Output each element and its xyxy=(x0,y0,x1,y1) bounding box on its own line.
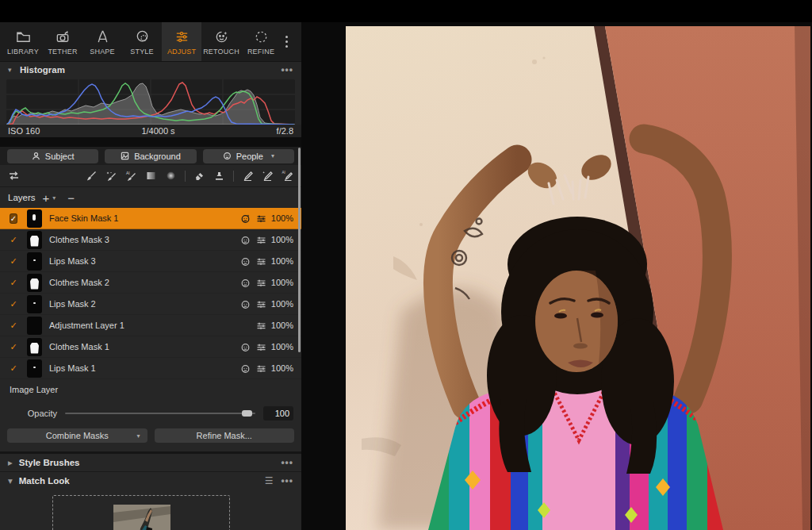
window-titlebar xyxy=(0,0,812,22)
layer-mask-thumbnail[interactable] xyxy=(27,231,42,249)
ai-erase-pen-icon[interactable]: AI xyxy=(282,170,293,182)
linear-gradient-mask-icon[interactable] xyxy=(145,170,157,182)
add-layer-button[interactable]: + xyxy=(43,191,50,205)
tab-tether[interactable]: TETHER xyxy=(43,22,82,61)
combine-masks-label: Combine Masks xyxy=(46,431,109,440)
tab-style[interactable]: STYLE xyxy=(122,22,162,61)
list-menu-icon[interactable]: ☰ xyxy=(265,475,274,486)
eraser-icon[interactable] xyxy=(193,170,205,182)
tab-retouch[interactable]: RETOUCH xyxy=(201,22,241,61)
chevron-down-icon: ▾ xyxy=(8,66,14,74)
layer-enabled-checkmark[interactable]: ✓ xyxy=(0,235,27,245)
copy-adjustments-icon[interactable] xyxy=(8,170,20,182)
remove-layer-button[interactable]: − xyxy=(67,191,75,205)
chevron-down-icon: ▾ xyxy=(8,475,13,486)
refine-mask-label: Refine Mask... xyxy=(197,431,252,440)
layer-name: Lips Mask 1 xyxy=(49,363,240,373)
layer-row-face-skin-mask-1[interactable]: ✓ Face Skin Mask 1 100% xyxy=(0,208,301,229)
layer-mask-thumbnail[interactable] xyxy=(27,274,42,292)
slider-handle[interactable] xyxy=(242,410,252,417)
image-layer-label: Image Layer xyxy=(10,385,58,394)
toolbar-more-button[interactable] xyxy=(285,22,288,61)
sliders-icon xyxy=(174,29,190,45)
layer-mask-thumbnail[interactable] xyxy=(27,338,42,356)
viewer-photo[interactable] xyxy=(346,26,810,530)
layer-mask-thumbnail[interactable] xyxy=(27,252,42,271)
ellipsis-icon[interactable]: ••• xyxy=(281,475,293,486)
layer-row-lips-mask-1[interactable]: ✓ Lips Mask 1 100% xyxy=(0,358,301,379)
smart-mask-face-icon xyxy=(240,363,251,374)
histogram-title: Histogram xyxy=(20,65,65,75)
magic-erase-pen-icon[interactable] xyxy=(262,170,274,182)
tab-label: ADJUST xyxy=(167,48,196,56)
opacity-value-field[interactable]: 100 xyxy=(263,406,293,421)
image-viewer xyxy=(301,22,812,530)
chevron-right-icon: ▸ xyxy=(8,457,13,468)
opacity-row: Opacity 100 xyxy=(0,404,301,423)
layer-row-clothes-mask-2[interactable]: ✓ Clothes Mask 2 100% xyxy=(0,272,301,294)
layer-enabled-checkmark[interactable]: ✓ xyxy=(0,342,27,352)
brush-icon[interactable] xyxy=(86,170,98,182)
tab-refine[interactable]: REFINE xyxy=(241,22,281,61)
layer-enabled-checkmark[interactable]: ✓ xyxy=(0,321,27,331)
layer-enabled-checkmark[interactable]: ✓ xyxy=(0,299,27,309)
people-mask-button[interactable]: People ▾ xyxy=(203,149,294,163)
background-label: Background xyxy=(134,152,181,161)
panel-scrollbar-thumb[interactable] xyxy=(298,148,301,352)
image-layer-row[interactable]: Image Layer xyxy=(0,379,301,399)
opacity-slider[interactable] xyxy=(65,408,255,419)
erase-pen-icon[interactable] xyxy=(242,170,254,182)
layer-name: Clothes Mask 3 xyxy=(49,235,240,244)
layers-list: ✓ Face Skin Mask 1 100% ✓ Clothes Mask 3… xyxy=(0,208,301,399)
layer-mask-thumbnail[interactable] xyxy=(27,317,42,335)
panel-gap xyxy=(0,137,301,147)
layer-row-lips-mask-2[interactable]: ✓ Lips Mask 2 100% xyxy=(0,294,301,315)
style-brushes-header[interactable]: ▸ Style Brushes ••• xyxy=(0,454,301,471)
add-layer-chevron[interactable]: ▾ xyxy=(52,194,56,202)
layer-adjustments-icon xyxy=(256,363,266,374)
layers-header: Layers + ▾ − xyxy=(0,187,301,208)
smart-mask-face-icon xyxy=(240,213,251,224)
histogram-chart xyxy=(6,79,295,125)
layer-enabled-checkmark[interactable]: ✓ xyxy=(0,278,27,288)
layer-row-lips-mask-3[interactable]: ✓ Lips Mask 3 100% xyxy=(0,251,301,272)
match-look-reference-thumbnail[interactable] xyxy=(113,505,170,530)
layer-row-clothes-mask-3[interactable]: ✓ Clothes Mask 3 100% xyxy=(0,229,301,251)
combine-masks-dropdown[interactable]: Combine Masks ▾ xyxy=(7,428,147,443)
magic-brush-icon[interactable] xyxy=(105,170,117,182)
layer-enabled-checkmark[interactable]: ✓ xyxy=(0,363,27,374)
layer-opacity-value: 100% xyxy=(266,299,293,309)
radial-gradient-mask-icon[interactable] xyxy=(165,170,177,182)
layer-adjustments-icon xyxy=(256,235,266,245)
layer-name: Clothes Mask 1 xyxy=(49,342,240,351)
histogram-header[interactable]: ▾ Histogram ••• xyxy=(0,62,301,78)
layer-mask-thumbnail[interactable] xyxy=(27,295,42,313)
match-look-header[interactable]: ▾ Match Look ☰ ••• xyxy=(0,472,301,490)
layer-enabled-checkmark[interactable]: ✓ xyxy=(0,256,27,267)
ellipsis-icon[interactable]: ••• xyxy=(281,457,293,468)
tab-label: REFINE xyxy=(247,48,274,56)
layer-name: Face Skin Mask 1 xyxy=(49,213,240,223)
layer-checkbox-checked[interactable]: ✓ xyxy=(10,213,17,224)
layer-mask-thumbnail[interactable] xyxy=(27,209,42,228)
ellipsis-icon[interactable]: ••• xyxy=(281,64,293,75)
refine-mask-button[interactable]: Refine Mask... xyxy=(155,428,295,443)
layer-row-adjustment-layer-1[interactable]: ✓ Adjustment Layer 1 100% xyxy=(0,315,301,336)
camera-tether-icon xyxy=(55,29,71,45)
ai-brush-icon[interactable]: AI xyxy=(125,170,137,182)
shape-icon xyxy=(94,29,111,45)
histogram-panel xyxy=(0,78,301,125)
tab-library[interactable]: LIBRARY xyxy=(3,22,43,61)
tab-adjust[interactable]: ADJUST xyxy=(162,22,201,61)
fill-mask-stamp-icon[interactable] xyxy=(213,170,225,182)
subject-mask-button[interactable]: Subject xyxy=(7,149,98,163)
background-mask-button[interactable]: Background xyxy=(105,149,196,163)
layer-opacity-value: 100% xyxy=(266,235,293,244)
layer-adjustments-icon xyxy=(256,278,266,288)
slider-track[interactable] xyxy=(65,413,255,414)
layer-mask-thumbnail[interactable] xyxy=(27,359,42,378)
tab-shape[interactable]: SHAPE xyxy=(82,22,122,61)
smart-mask-face-icon xyxy=(240,278,251,288)
layers-title: Layers xyxy=(8,193,36,202)
layer-row-clothes-mask-1[interactable]: ✓ Clothes Mask 1 100% xyxy=(0,336,301,358)
